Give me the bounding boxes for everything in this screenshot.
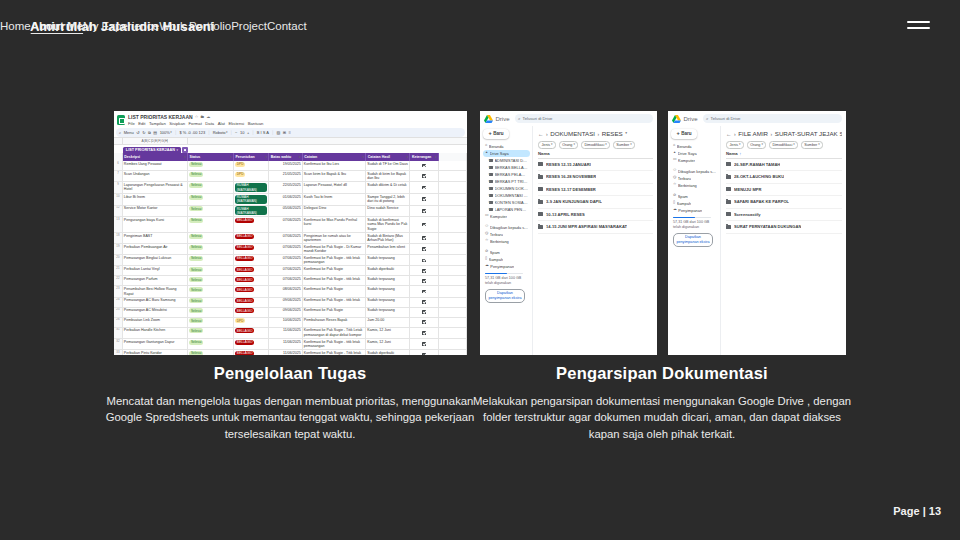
cell-peruntukan: DPD xyxy=(234,171,269,181)
sidebar-item-icon xyxy=(673,144,675,148)
sheet-row: 19 Perbaikan Pembuangan Air Selesai BELL… xyxy=(114,244,467,255)
cell-peruntukan: BELLAGIO xyxy=(234,350,269,355)
checkbox-checked-icon xyxy=(422,300,426,304)
peruntukan-chip: BELLAGIO xyxy=(235,267,254,272)
drive-folder-row: 26-SEP-RAMAH TAMAH xyxy=(726,159,842,172)
cell-status: Selesai xyxy=(188,217,234,232)
cell-peruntukan: RUMAH (MATRAMAN) xyxy=(234,182,269,193)
sheet-header-row: Deskripsi▾Status▾Peruntukan▾Batas waktu▾… xyxy=(114,153,467,161)
sheet-row: 21 Perbaikan Lantai Vinyl Selesai BELLAG… xyxy=(114,266,467,276)
cell-filler xyxy=(439,266,467,275)
folder-icon xyxy=(726,200,731,204)
drive-sidebar-item: Spam xyxy=(483,249,530,256)
peruntukan-chip: BELLAGIO xyxy=(235,308,254,313)
number-format-icons: $ % .0 .00 123 xyxy=(179,130,205,135)
row-number: 21 xyxy=(114,266,123,275)
caption-body: Melakukan pengarsipan dokumentasi menggu… xyxy=(467,393,857,442)
cell-catatan: Kasih Tau bi Inem xyxy=(303,194,367,205)
get-more-storage-button: Dapatkan penyimpanan ekstra xyxy=(485,289,525,304)
cell-status: Selesai xyxy=(188,206,234,217)
cell-batas-waktu: 07/06/2025 xyxy=(269,217,303,232)
row-number: 10 xyxy=(114,194,123,205)
sidebar-item-icon xyxy=(673,158,677,162)
sidebar-item-icon xyxy=(485,214,489,218)
folder-icon xyxy=(538,225,543,229)
cell-filler xyxy=(439,182,467,193)
nav-link[interactable]: Home xyxy=(0,20,31,32)
portfolio-page: Amirrullah Jalaludin Husaeni Home About … xyxy=(0,0,960,540)
sidebar-item-icon xyxy=(485,225,488,229)
sheet-row: 9 Laporangan Pengeluaran Pesawat & Hotel… xyxy=(114,182,467,194)
cell-deskripsi: Pemasangan AC Baru Samsung xyxy=(123,298,188,307)
cell-batas-waktu: 22/05/2025 xyxy=(269,182,303,193)
drive-sidebar-item: Penyimpanan xyxy=(483,263,530,270)
undo-icon: ↺ xyxy=(136,130,139,135)
sidebar-item-icon xyxy=(485,144,487,148)
sidebar-item-icon xyxy=(485,264,489,268)
sheets-menu-item: Alat xyxy=(218,121,225,126)
cell-deskripsi: Laporangan Pengeluaran Pesawat & Hotel xyxy=(123,182,188,193)
drive-folder-row: Screencastify xyxy=(726,209,842,222)
drive-topbar: Drive ⌕ Telusuri di Drive xyxy=(480,111,657,126)
drive-folder-row: RESES 16-28 NOVEMBER xyxy=(538,171,653,184)
cell-catatan-hasil: Sudah terpasang xyxy=(366,276,410,285)
cell-peruntukan: RUMAH (MATRAMAN) xyxy=(234,194,269,205)
folder-icon xyxy=(726,187,731,191)
drive-sidebar-item: ADMINISTASI DPD RI xyxy=(483,157,530,164)
sheets-menu-item: Sisipkan xyxy=(169,121,185,126)
row-number: 19 xyxy=(114,244,123,254)
drive-brand: Drive xyxy=(684,116,698,122)
folder-icon xyxy=(538,200,543,204)
column-header: Catatan Hasil▾ xyxy=(366,153,410,161)
drive-brand: Drive xyxy=(496,116,510,122)
search-icon: ⌕ xyxy=(706,116,709,121)
sidebar-item-icon xyxy=(485,151,488,155)
cell-catatan-hasil: Sudah diperbaiki (Doorstop) xyxy=(366,350,410,355)
status-chip: Selesai xyxy=(189,318,203,323)
cell-keterangan xyxy=(410,286,438,296)
back-arrow-icon: ← xyxy=(538,131,544,137)
sidebar-item-icon xyxy=(485,239,488,243)
nav-link[interactable]: Contact xyxy=(267,20,307,32)
cell-status: Selesai xyxy=(188,255,234,265)
sheets-column-letters: ABCDEFGH xyxy=(114,137,467,145)
borders-icon: ⊞ xyxy=(283,130,286,135)
sidebar-item-icon xyxy=(673,208,677,212)
cell-keterangan xyxy=(410,298,438,307)
breadcrumb-separator-icon: › xyxy=(734,131,736,137)
cell-peruntukan: BELLAGIO xyxy=(234,308,269,317)
drive-sidebar-item: Dibagikan kepada saya xyxy=(483,224,530,231)
cell-deskripsi: Pengiriman BAST xyxy=(123,233,188,243)
cell-deskripsi: Pemasangan Gantungan Dapur xyxy=(123,339,188,349)
cell-catatan: Pembahasan Reses Bapak xyxy=(303,318,367,327)
row-number: 20 xyxy=(114,255,123,265)
checkbox-checked-icon xyxy=(422,209,426,213)
cell-keterangan xyxy=(410,328,438,338)
chevron-down-icon: ▾ xyxy=(573,143,575,146)
cell-deskripsi: Libur Bi Inem xyxy=(123,194,188,205)
cell-status: Selesai xyxy=(188,350,234,355)
cell-deskripsi: Pembuatan Link Zoom xyxy=(123,318,188,327)
cell-deskripsi: Service Motor Kantor xyxy=(123,206,188,217)
sidebar-item-icon xyxy=(485,232,488,236)
cell-peruntukan: BELLAGIO xyxy=(234,339,269,349)
cell-batas-waktu: 08/06/2025 xyxy=(269,286,303,296)
cell-filler xyxy=(439,161,467,170)
hamburger-menu-icon[interactable] xyxy=(907,21,930,33)
folder-icon xyxy=(726,175,731,179)
breadcrumb-current: RESES xyxy=(602,130,623,137)
drive-search-input: ⌕ Telusuri di Drive xyxy=(703,114,842,123)
row-number: 23 xyxy=(114,286,123,296)
breadcrumb: ← › FILE AMIR › SURAT-SURAT JEJAK SA... xyxy=(726,128,842,139)
cell-deskripsi: Pemasangan Parfum xyxy=(123,276,188,285)
checkbox-checked-icon xyxy=(422,279,426,283)
breadcrumb-parent: FILE AMIR xyxy=(738,130,768,137)
cell-deskripsi: Perbaikan Handle Kitchen xyxy=(123,328,188,338)
nav-link[interactable]: Project xyxy=(231,20,267,32)
sort-ascending-icon: ↑ xyxy=(739,151,741,156)
cell-catatan-hasil: Sudah terpasang xyxy=(366,308,410,317)
cell-catatan: Scan kirim ke Bapak & Ibu xyxy=(303,171,367,181)
peruntukan-chip: BELLAGIO xyxy=(235,328,254,333)
sheet-rows: 6 Rembes Uang Pesawat Selesai DPD 19/05/… xyxy=(114,161,467,355)
peruntukan-chip: RUMAH (MATRAMAN) xyxy=(235,195,267,204)
